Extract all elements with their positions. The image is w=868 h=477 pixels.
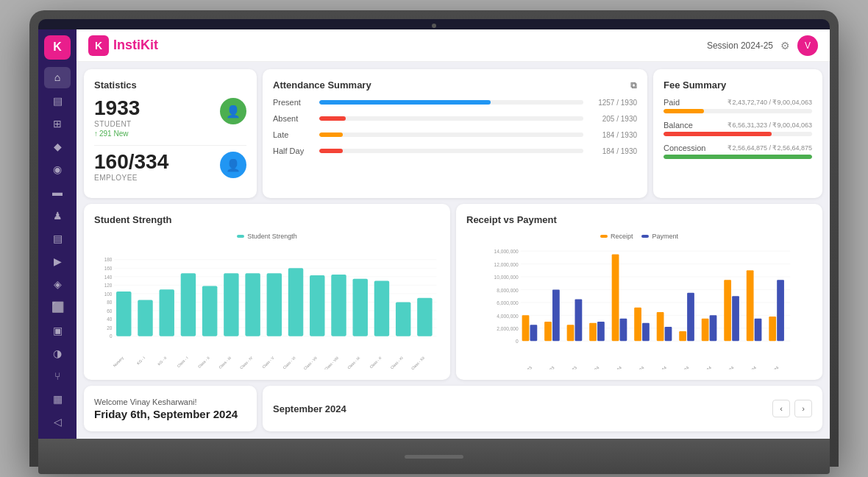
svg-text:40: 40 [107,317,113,322]
svg-rect-30 [224,273,238,336]
svg-text:0: 0 [516,339,519,344]
sidebar-item-book[interactable]: ▬ [44,182,71,203]
svg-rect-85 [665,327,672,341]
calendar-next-button[interactable]: › [794,400,812,417]
sidebar-item-bag[interactable]: ◈ [44,274,71,295]
svg-rect-46 [396,302,410,336]
main-content: K InstiKit Session 2024-25 ⚙ V [77,29,830,439]
student-new: ↑ 291 New [94,130,140,138]
attendance-card: Attendance Summary ⧉ Present 1257 / 1930… [263,69,647,198]
svg-rect-76 [597,322,605,341]
camera-dot [432,24,436,28]
employee-count: 160/334 [94,152,168,172]
sidebar-item-people[interactable]: ◑ [44,342,71,364]
svg-text:60: 60 [107,308,113,314]
attendance-row: Present 1257 / 1930 [273,98,637,107]
sidebar-item-image[interactable]: ⬜ [44,297,71,318]
employee-stat-item: 160/334 EMPLOYEE 👤 [94,152,246,182]
fee-bar-container [664,109,812,113]
sidebar-item-announcement[interactable]: ◁ [44,411,71,433]
fee-bar-container [664,132,812,136]
student-strength-legend: Student Strength [94,233,440,240]
attendance-rows: Present 1257 / 1930 Absent 205 / 1930 La… [273,98,637,155]
svg-text:KG - I: KG - I [136,356,146,366]
att-bar-container [319,132,583,137]
gear-icon[interactable]: ⚙ [780,40,790,52]
brand-name-suffix: Kit [140,38,158,52]
svg-rect-67 [530,325,537,341]
brand-logo-icon: K [88,35,109,56]
external-link-icon[interactable]: ⧉ [630,80,637,91]
svg-text:February 2024: February 2024 [600,365,622,370]
svg-rect-99 [769,317,776,341]
fee-rows: Paid ₹2,43,72,740 / ₹9,00,04,063 Balance… [664,98,812,159]
svg-text:10,000,000: 10,000,000 [494,275,519,280]
svg-rect-82 [642,323,650,341]
sidebar-item-library[interactable]: ▦ [44,389,71,410]
sidebar-item-home[interactable]: ⌂ [44,67,71,88]
student-strength-legend-label: Student Strength [247,233,297,240]
svg-text:November 2023: November 2023 [532,365,555,370]
welcome-text: Welcome Vinay Kesharwani! [94,398,246,406]
svg-rect-26 [181,273,196,336]
sidebar-item-idcard[interactable]: ▤ [44,90,71,111]
svg-rect-66 [522,315,530,341]
receipt-payment-svg: 02,000,0004,000,0006,000,0008,000,00010,… [466,243,812,370]
receipt-payment-card: Receipt vs Payment Receipt Payment [456,204,822,380]
receipt-payment-legend: Receipt Payment [466,233,812,240]
svg-rect-20 [116,292,131,336]
fee-label: Balance [664,121,693,130]
receipt-payment-title-row: Receipt vs Payment [466,214,812,225]
svg-text:December 2023: December 2023 [554,365,577,370]
student-strength-chart: 020406080100120140160180NurseryKG - IKG … [94,243,440,370]
svg-rect-94 [732,296,739,341]
trackpad [405,455,463,459]
sidebar-item-utensils[interactable]: ⑂ [44,365,71,386]
receipt-legend-dot [600,235,608,238]
fee-bar [664,155,812,159]
att-value: 184 / 1930 [589,131,637,139]
att-label: Absent [273,114,313,123]
att-bar [319,116,346,121]
sidebar-item-file[interactable]: ▤ [44,227,71,249]
sidebar-item-bank[interactable]: ⊞ [44,113,71,134]
student-label: STUDENT [94,120,140,128]
student-strength-legend-item: Student Strength [237,233,297,240]
svg-rect-36 [288,268,303,336]
attendance-title: Attendance Summary [273,80,371,91]
svg-text:Class - V: Class - V [262,356,275,369]
sidebar-item-group[interactable]: ▣ [44,319,71,341]
svg-text:Class - XII: Class - XII [410,356,425,370]
svg-text:4,000,000: 4,000,000 [497,314,519,319]
attendance-row: Half Day 184 / 1930 [273,146,637,155]
att-bar [319,149,343,153]
svg-text:160: 160 [104,266,113,271]
svg-text:May 2024: May 2024 [674,365,689,370]
student-strength-card: Student Strength Student Strength 020406… [84,204,450,380]
payment-legend-dot [641,235,649,238]
calendar-month: September 2024 [273,403,346,414]
svg-text:August 2024: August 2024 [738,365,757,370]
calendar-prev-button[interactable]: ‹ [772,400,790,417]
receipt-legend-label: Receipt [611,233,633,240]
svg-text:October 2023: October 2023 [512,365,533,370]
svg-rect-75 [589,323,597,341]
sidebar-item-camera[interactable]: ◉ [44,159,71,180]
svg-text:6,000,000: 6,000,000 [497,300,519,305]
sidebar-item-person[interactable]: ♟ [44,205,71,226]
sidebar-item-truck[interactable]: ▶ [44,250,71,272]
fee-row: Balance ₹6,56,31,323 / ₹9,00,04,063 [664,121,812,136]
fee-summary-title: Fee Summary [664,80,812,91]
attendance-row: Absent 205 / 1930 [273,114,637,123]
svg-rect-78 [612,254,619,341]
laptop-bottom-bar [38,439,830,474]
header-brand: K InstiKit [88,35,158,56]
svg-text:12,000,000: 12,000,000 [494,262,519,267]
fee-bar [664,132,772,136]
laptop-frame: K ⌂ ▤ ⊞ ◆ ◉ ▬ ♟ ▤ ▶ ◈ ⬜ ▣ ◑ ⑂ ▦ ◁ [29,10,839,467]
sidebar-item-graduation[interactable]: ◆ [44,135,71,157]
att-bar-container [319,116,583,121]
header: K InstiKit Session 2024-25 ⚙ V [77,29,830,62]
avatar[interactable]: V [797,35,818,56]
dashboard-body: Statistics 1933 STUDENT ↑ 291 New [77,62,830,439]
